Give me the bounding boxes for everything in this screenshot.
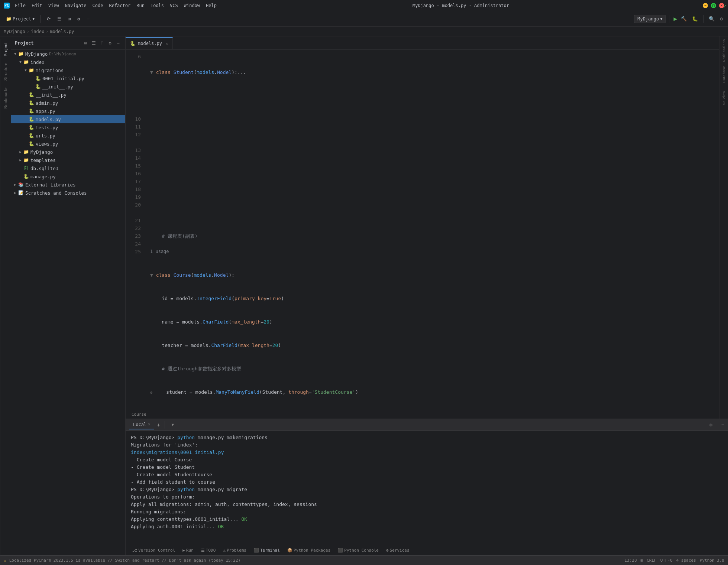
tree-item-urls[interactable]: 🐍 urls.py xyxy=(11,131,125,140)
status-indent[interactable]: 4 spaces xyxy=(676,558,696,563)
tree-item-templates[interactable]: ▶ 📁 templates xyxy=(11,156,125,164)
menu-code[interactable]: Code xyxy=(90,2,106,9)
build-button[interactable]: 🔨 xyxy=(681,16,687,22)
left-tab-structure[interactable]: Structure xyxy=(2,59,9,84)
ln-14: 14 xyxy=(126,154,144,162)
breadcrumb-models[interactable]: models.py xyxy=(50,29,74,34)
tree-item-models[interactable]: 🐍 models.py xyxy=(11,115,125,123)
terminal-ok-12: OK xyxy=(241,516,247,522)
sidebar-icon-sync[interactable]: ⊞ xyxy=(82,40,89,46)
terminal-tab-close-icon[interactable]: × xyxy=(148,422,150,426)
toolbar-project-icon[interactable]: 📁 Project ▼ xyxy=(4,15,37,23)
tree-item-scratches[interactable]: ▶ 📝 Scratches and Consoles xyxy=(11,189,125,197)
terminal-add-button[interactable]: + xyxy=(157,422,160,428)
fold-button-6[interactable]: ▼ xyxy=(150,69,156,75)
status-time[interactable]: 13:28 xyxy=(624,558,637,563)
menu-refactor[interactable]: Refactor xyxy=(107,2,133,9)
status-os-indicator[interactable]: ⊞ xyxy=(641,558,643,563)
menu-navigate[interactable]: Navigate xyxy=(63,2,89,9)
btool-python-packages[interactable]: 📦 Python Packages xyxy=(284,547,333,553)
fold-button-18[interactable]: ⊙ xyxy=(150,390,155,394)
sidebar-icon-list[interactable]: ☰ xyxy=(90,40,97,46)
ln-20: 20 xyxy=(126,201,144,209)
tab-close-icon[interactable]: × xyxy=(166,42,168,46)
terminal-line-8: PS D:\MyDjango> python manage.py migrate xyxy=(131,486,723,493)
right-tab-sciview[interactable]: SciView xyxy=(720,87,728,109)
fold-button-13[interactable]: ▼ xyxy=(150,272,156,278)
toolbar-collapse-btn[interactable]: − xyxy=(84,15,91,23)
terminal-line-5: - Create model Student xyxy=(131,464,723,471)
terminal-dropdown[interactable]: ▼ xyxy=(169,421,177,428)
tree-item-admin[interactable]: 🐍 admin.py xyxy=(11,99,125,107)
menu-view[interactable]: View xyxy=(46,2,61,9)
sidebar-icon-filter[interactable]: ⊤ xyxy=(98,40,105,46)
right-tab-database[interactable]: Database xyxy=(720,63,728,85)
btool-terminal[interactable]: ⬛ Terminal xyxy=(251,547,283,553)
toolbar-list-btn[interactable]: ☰ xyxy=(55,15,64,23)
code-line-16: teacher = models.CharField(max_length=20… xyxy=(150,341,713,349)
minimize-button[interactable]: − xyxy=(703,3,708,8)
terminal-tab-local[interactable]: Local × xyxy=(129,420,154,429)
tree-label-urls: urls.py xyxy=(36,133,55,139)
terminal-line-11: Running migrations: xyxy=(131,508,723,516)
tab-models[interactable]: 🐍 models.py × xyxy=(126,37,173,49)
tree-item-migrations[interactable]: ▼ 📁 migrations xyxy=(11,66,125,74)
tree-item-views[interactable]: 🐍 views.py xyxy=(11,140,125,148)
tree-item-mydjango-folder[interactable]: ▶ 📁 MyDjango xyxy=(11,148,125,156)
tree-item-root[interactable]: ▼ 📁 MyDjango D:\MyDjango xyxy=(11,50,125,58)
menu-edit[interactable]: Edit xyxy=(29,2,45,9)
tree-label-db: db.sqlite3 xyxy=(30,166,58,171)
terminal-content[interactable]: PS D:\MyDjango> python manage.py makemig… xyxy=(126,431,728,545)
project-selector[interactable]: MyDjango ▼ xyxy=(634,15,666,23)
status-charset[interactable]: UTF-8 xyxy=(660,558,673,563)
tree-item-external-libs[interactable]: ▶ 📚 External Libraries xyxy=(11,181,125,189)
menu-run[interactable]: Run xyxy=(134,2,147,9)
terminal-settings-button[interactable]: ⚙ xyxy=(709,422,712,428)
menu-tools[interactable]: Tools xyxy=(148,2,166,9)
settings-global-button[interactable]: ⚙ xyxy=(720,16,723,22)
tree-item-apps[interactable]: 🐍 apps.py xyxy=(11,107,125,115)
run-button[interactable]: ▶ xyxy=(674,15,677,22)
packages-icon: 📦 xyxy=(287,548,292,553)
btool-todo[interactable]: ☰ TODO xyxy=(198,547,219,553)
btool-run[interactable]: ▶ Run xyxy=(179,547,197,553)
btool-python-console[interactable]: ⬛ Python Console xyxy=(335,547,382,553)
left-tab-project[interactable]: Project xyxy=(2,39,9,59)
terminal-minimize-button[interactable]: − xyxy=(721,422,724,428)
sidebar-icon-collapse[interactable]: − xyxy=(115,40,122,46)
tree-item-0001initial[interactable]: 🐍 0001_initial.py xyxy=(11,74,125,82)
tree-item-manage[interactable]: 🐍 manage.py xyxy=(11,172,125,181)
breadcrumb-index[interactable]: index xyxy=(31,29,44,34)
status-warning-text[interactable]: Localized PyCharm 2023.1.5 is available … xyxy=(9,558,241,563)
left-tab-bookmarks[interactable]: Bookmarks xyxy=(2,84,9,112)
menu-window[interactable]: Window xyxy=(182,2,202,9)
toolbar-sync-btn[interactable]: ⟳ xyxy=(45,15,53,23)
menu-file[interactable]: File xyxy=(13,2,28,9)
tree-item-index[interactable]: ▼ 📁 index xyxy=(11,58,125,66)
maximize-button[interactable]: □ xyxy=(711,3,716,8)
tree-item-init-index[interactable]: 🐍 __init__.py xyxy=(11,91,125,99)
btool-problems[interactable]: ⚠ Problems xyxy=(220,547,249,553)
status-left: ⚠ Localized PyCharm 2023.1.5 is availabl… xyxy=(4,558,240,563)
terminal-line-7: - Add field student to course xyxy=(131,478,723,486)
tree-item-init-migrations[interactable]: 🐍 __init__.py xyxy=(11,82,125,91)
breadcrumb-mydjango[interactable]: MyDjango xyxy=(4,29,25,34)
tree-item-db[interactable]: 🗄 db.sqlite3 xyxy=(11,164,125,172)
right-tab-notifications[interactable]: Notifications xyxy=(720,39,728,62)
terminal-icon: ⬛ xyxy=(254,548,259,553)
search-button[interactable]: 🔍 xyxy=(709,16,715,22)
toolbar-filter-btn[interactable]: ⊞ xyxy=(66,15,73,23)
btool-version-control[interactable]: ⎇ Version Control xyxy=(129,547,178,553)
toolbar-settings-btn[interactable]: ⚙ xyxy=(75,15,82,23)
status-line-ending[interactable]: CRLF xyxy=(647,558,657,563)
status-language[interactable]: Python 3.8 xyxy=(700,558,724,563)
btool-services[interactable]: ⚙ Services xyxy=(383,547,412,553)
code-content[interactable]: ▼ class Student(models.Model):... # 课程表(… xyxy=(144,50,719,410)
sqlite-icon: 🗄 xyxy=(23,166,29,171)
problems-icon: ⚠ xyxy=(223,548,226,553)
menu-vcs[interactable]: VCS xyxy=(168,2,180,9)
sidebar-icon-settings[interactable]: ⚙ xyxy=(107,40,113,46)
debug-button[interactable]: 🐛 xyxy=(692,16,698,22)
menu-help[interactable]: Help xyxy=(204,2,219,9)
tree-item-tests[interactable]: 🐍 tests.py xyxy=(11,123,125,131)
